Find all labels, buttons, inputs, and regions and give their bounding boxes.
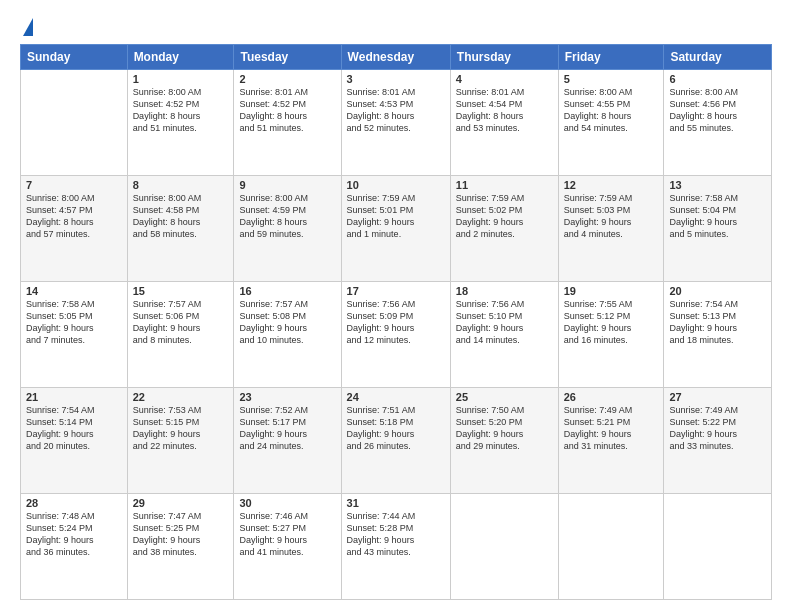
calendar-cell: 4Sunrise: 8:01 AM Sunset: 4:54 PM Daylig… — [450, 70, 558, 176]
calendar-cell: 15Sunrise: 7:57 AM Sunset: 5:06 PM Dayli… — [127, 282, 234, 388]
calendar-cell: 21Sunrise: 7:54 AM Sunset: 5:14 PM Dayli… — [21, 388, 128, 494]
col-header-thursday: Thursday — [450, 45, 558, 70]
col-header-tuesday: Tuesday — [234, 45, 341, 70]
day-info: Sunrise: 7:57 AM Sunset: 5:08 PM Dayligh… — [239, 298, 335, 347]
day-number: 18 — [456, 285, 553, 297]
calendar-cell: 28Sunrise: 7:48 AM Sunset: 5:24 PM Dayli… — [21, 494, 128, 600]
day-number: 27 — [669, 391, 766, 403]
calendar-cell: 30Sunrise: 7:46 AM Sunset: 5:27 PM Dayli… — [234, 494, 341, 600]
calendar-cell: 8Sunrise: 8:00 AM Sunset: 4:58 PM Daylig… — [127, 176, 234, 282]
calendar-cell: 10Sunrise: 7:59 AM Sunset: 5:01 PM Dayli… — [341, 176, 450, 282]
day-info: Sunrise: 7:57 AM Sunset: 5:06 PM Dayligh… — [133, 298, 229, 347]
day-info: Sunrise: 7:49 AM Sunset: 5:22 PM Dayligh… — [669, 404, 766, 453]
day-number: 5 — [564, 73, 659, 85]
calendar-cell: 12Sunrise: 7:59 AM Sunset: 5:03 PM Dayli… — [558, 176, 664, 282]
calendar-cell: 25Sunrise: 7:50 AM Sunset: 5:20 PM Dayli… — [450, 388, 558, 494]
day-info: Sunrise: 7:59 AM Sunset: 5:01 PM Dayligh… — [347, 192, 445, 241]
logo-triangle-icon — [23, 18, 33, 36]
calendar-cell: 22Sunrise: 7:53 AM Sunset: 5:15 PM Dayli… — [127, 388, 234, 494]
day-info: Sunrise: 7:52 AM Sunset: 5:17 PM Dayligh… — [239, 404, 335, 453]
col-header-friday: Friday — [558, 45, 664, 70]
calendar-week-row: 7Sunrise: 8:00 AM Sunset: 4:57 PM Daylig… — [21, 176, 772, 282]
day-number: 20 — [669, 285, 766, 297]
day-info: Sunrise: 7:58 AM Sunset: 5:04 PM Dayligh… — [669, 192, 766, 241]
day-info: Sunrise: 8:00 AM Sunset: 4:57 PM Dayligh… — [26, 192, 122, 241]
calendar-cell: 29Sunrise: 7:47 AM Sunset: 5:25 PM Dayli… — [127, 494, 234, 600]
day-number: 10 — [347, 179, 445, 191]
day-number: 13 — [669, 179, 766, 191]
calendar-cell: 16Sunrise: 7:57 AM Sunset: 5:08 PM Dayli… — [234, 282, 341, 388]
calendar-cell: 5Sunrise: 8:00 AM Sunset: 4:55 PM Daylig… — [558, 70, 664, 176]
calendar-cell: 6Sunrise: 8:00 AM Sunset: 4:56 PM Daylig… — [664, 70, 772, 176]
day-info: Sunrise: 7:59 AM Sunset: 5:02 PM Dayligh… — [456, 192, 553, 241]
calendar-cell: 19Sunrise: 7:55 AM Sunset: 5:12 PM Dayli… — [558, 282, 664, 388]
day-info: Sunrise: 8:00 AM Sunset: 4:52 PM Dayligh… — [133, 86, 229, 135]
day-number: 28 — [26, 497, 122, 509]
day-info: Sunrise: 7:47 AM Sunset: 5:25 PM Dayligh… — [133, 510, 229, 559]
day-info: Sunrise: 8:01 AM Sunset: 4:53 PM Dayligh… — [347, 86, 445, 135]
calendar-cell: 26Sunrise: 7:49 AM Sunset: 5:21 PM Dayli… — [558, 388, 664, 494]
day-info: Sunrise: 7:51 AM Sunset: 5:18 PM Dayligh… — [347, 404, 445, 453]
col-header-saturday: Saturday — [664, 45, 772, 70]
calendar-cell: 13Sunrise: 7:58 AM Sunset: 5:04 PM Dayli… — [664, 176, 772, 282]
day-info: Sunrise: 8:01 AM Sunset: 4:52 PM Dayligh… — [239, 86, 335, 135]
calendar-cell: 1Sunrise: 8:00 AM Sunset: 4:52 PM Daylig… — [127, 70, 234, 176]
day-number: 26 — [564, 391, 659, 403]
calendar-week-row: 14Sunrise: 7:58 AM Sunset: 5:05 PM Dayli… — [21, 282, 772, 388]
day-number: 30 — [239, 497, 335, 509]
calendar-cell: 31Sunrise: 7:44 AM Sunset: 5:28 PM Dayli… — [341, 494, 450, 600]
calendar-cell — [21, 70, 128, 176]
calendar-week-row: 21Sunrise: 7:54 AM Sunset: 5:14 PM Dayli… — [21, 388, 772, 494]
day-info: Sunrise: 7:49 AM Sunset: 5:21 PM Dayligh… — [564, 404, 659, 453]
day-info: Sunrise: 7:54 AM Sunset: 5:14 PM Dayligh… — [26, 404, 122, 453]
calendar-cell — [450, 494, 558, 600]
day-info: Sunrise: 8:00 AM Sunset: 4:55 PM Dayligh… — [564, 86, 659, 135]
calendar-cell: 20Sunrise: 7:54 AM Sunset: 5:13 PM Dayli… — [664, 282, 772, 388]
day-info: Sunrise: 7:58 AM Sunset: 5:05 PM Dayligh… — [26, 298, 122, 347]
day-number: 19 — [564, 285, 659, 297]
calendar-header-row: SundayMondayTuesdayWednesdayThursdayFrid… — [21, 45, 772, 70]
day-info: Sunrise: 7:55 AM Sunset: 5:12 PM Dayligh… — [564, 298, 659, 347]
day-number: 9 — [239, 179, 335, 191]
day-number: 11 — [456, 179, 553, 191]
day-number: 3 — [347, 73, 445, 85]
day-number: 16 — [239, 285, 335, 297]
day-number: 31 — [347, 497, 445, 509]
day-number: 14 — [26, 285, 122, 297]
day-info: Sunrise: 8:00 AM Sunset: 4:59 PM Dayligh… — [239, 192, 335, 241]
calendar-table: SundayMondayTuesdayWednesdayThursdayFrid… — [20, 44, 772, 600]
day-number: 4 — [456, 73, 553, 85]
day-info: Sunrise: 7:59 AM Sunset: 5:03 PM Dayligh… — [564, 192, 659, 241]
calendar-cell: 2Sunrise: 8:01 AM Sunset: 4:52 PM Daylig… — [234, 70, 341, 176]
calendar-cell: 7Sunrise: 8:00 AM Sunset: 4:57 PM Daylig… — [21, 176, 128, 282]
day-number: 1 — [133, 73, 229, 85]
calendar-cell: 9Sunrise: 8:00 AM Sunset: 4:59 PM Daylig… — [234, 176, 341, 282]
day-number: 25 — [456, 391, 553, 403]
day-info: Sunrise: 7:50 AM Sunset: 5:20 PM Dayligh… — [456, 404, 553, 453]
calendar-cell: 18Sunrise: 7:56 AM Sunset: 5:10 PM Dayli… — [450, 282, 558, 388]
day-info: Sunrise: 7:46 AM Sunset: 5:27 PM Dayligh… — [239, 510, 335, 559]
page: SundayMondayTuesdayWednesdayThursdayFrid… — [0, 0, 792, 612]
header — [20, 18, 772, 36]
day-number: 22 — [133, 391, 229, 403]
day-number: 2 — [239, 73, 335, 85]
day-number: 7 — [26, 179, 122, 191]
calendar-week-row: 28Sunrise: 7:48 AM Sunset: 5:24 PM Dayli… — [21, 494, 772, 600]
calendar-cell — [664, 494, 772, 600]
calendar-cell — [558, 494, 664, 600]
day-info: Sunrise: 7:44 AM Sunset: 5:28 PM Dayligh… — [347, 510, 445, 559]
day-info: Sunrise: 7:56 AM Sunset: 5:09 PM Dayligh… — [347, 298, 445, 347]
calendar-cell: 27Sunrise: 7:49 AM Sunset: 5:22 PM Dayli… — [664, 388, 772, 494]
day-number: 21 — [26, 391, 122, 403]
col-header-monday: Monday — [127, 45, 234, 70]
col-header-wednesday: Wednesday — [341, 45, 450, 70]
day-info: Sunrise: 7:53 AM Sunset: 5:15 PM Dayligh… — [133, 404, 229, 453]
day-number: 15 — [133, 285, 229, 297]
day-number: 24 — [347, 391, 445, 403]
day-number: 29 — [133, 497, 229, 509]
day-number: 17 — [347, 285, 445, 297]
day-info: Sunrise: 8:01 AM Sunset: 4:54 PM Dayligh… — [456, 86, 553, 135]
logo — [20, 18, 33, 36]
calendar-cell: 24Sunrise: 7:51 AM Sunset: 5:18 PM Dayli… — [341, 388, 450, 494]
day-info: Sunrise: 7:48 AM Sunset: 5:24 PM Dayligh… — [26, 510, 122, 559]
